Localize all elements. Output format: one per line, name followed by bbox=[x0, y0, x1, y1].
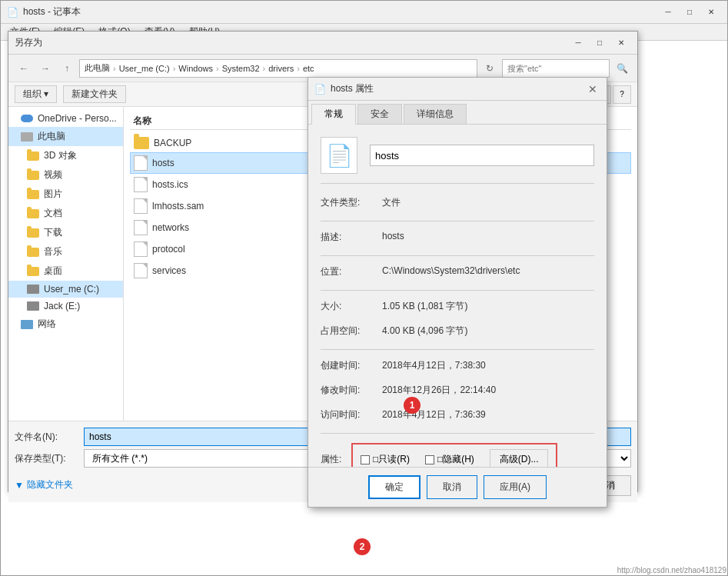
sidebar-label-desktop: 桌面 bbox=[44, 265, 62, 278]
props-filename-field[interactable] bbox=[370, 145, 594, 166]
sidebar-label-pictures: 图片 bbox=[44, 188, 62, 201]
props-value-created: 2018年4月12日，7:38:30 bbox=[382, 359, 594, 372]
close-button[interactable]: ✕ bbox=[701, 5, 721, 20]
folder-icon-video bbox=[27, 171, 39, 180]
addr-part-1[interactable]: User_me (C:) bbox=[119, 64, 170, 73]
folder-icon-backup bbox=[134, 137, 149, 149]
saveas-titlebar: 另存为 ─ □ ✕ bbox=[8, 32, 637, 55]
view-help-button[interactable]: ? bbox=[613, 85, 631, 104]
notepad-title: hosts - 记事本 bbox=[23, 5, 81, 18]
search-button[interactable]: 🔍 bbox=[613, 59, 631, 78]
addr-part-4[interactable]: drivers bbox=[268, 64, 294, 73]
file-label-lmhosts: lmhosts.sam bbox=[152, 201, 204, 211]
sidebar-item-docs[interactable]: 文档 bbox=[8, 204, 123, 223]
sidebar-item-pc[interactable]: 此电脑 bbox=[8, 127, 123, 146]
tab-details[interactable]: 详细信息 bbox=[404, 104, 467, 124]
props-value-modified: 2018年12月26日，22:14:40 bbox=[382, 384, 594, 397]
saveas-sidebar: OneDrive - Perso... 此电脑 3D 对象 视频 图片 文档 bbox=[8, 107, 124, 421]
sidebar-item-pictures[interactable]: 图片 bbox=[8, 185, 123, 204]
sidebar-label-music: 音乐 bbox=[44, 245, 62, 258]
props-value-desc: hosts bbox=[382, 231, 594, 241]
props-divider-0 bbox=[321, 221, 594, 221]
saveas-close-btn[interactable]: ✕ bbox=[611, 35, 631, 51]
organize-button[interactable]: 组织 ▾ bbox=[15, 85, 57, 103]
sidebar-label-video: 视频 bbox=[44, 168, 62, 181]
tab-security[interactable]: 安全 bbox=[357, 104, 402, 124]
sidebar-item-jack-drive[interactable]: Jack (E:) bbox=[8, 298, 123, 315]
annotation-2: 2 bbox=[354, 538, 371, 555]
props-tabs: 常规 安全 详细信息 bbox=[308, 101, 607, 125]
up-button[interactable]: ↑ bbox=[58, 59, 76, 78]
props-value-filetype: 文件 bbox=[382, 196, 594, 209]
file-label-protocol: protocol bbox=[152, 244, 185, 255]
minimize-button[interactable]: ─ bbox=[658, 5, 678, 20]
props-close-button[interactable]: ✕ bbox=[585, 82, 600, 97]
tab-general[interactable]: 常规 bbox=[311, 104, 356, 125]
hidden-checkbox[interactable] bbox=[425, 455, 434, 464]
sidebar-item-downloads[interactable]: 下载 bbox=[8, 223, 123, 242]
props-file-icon-small: 📄 bbox=[314, 84, 326, 95]
attr-readonly-group: □只读(R) bbox=[361, 453, 410, 466]
props-divider-2 bbox=[321, 290, 594, 291]
file-label-services: services bbox=[152, 265, 186, 276]
addr-part-5[interactable]: etc bbox=[303, 64, 314, 73]
sidebar-item-user-drive[interactable]: User_me (C:) bbox=[8, 281, 123, 298]
props-value-sizeondisk: 4.00 KB (4,096 字节) bbox=[382, 325, 594, 338]
sidebar-item-network[interactable]: 网络 bbox=[8, 315, 123, 334]
sidebar-item-3d[interactable]: 3D 对象 bbox=[8, 146, 123, 165]
file-icon-hosts bbox=[134, 155, 148, 171]
file-icon-lmhosts bbox=[134, 198, 148, 214]
props-titlebar: 📄 hosts 属性 ✕ bbox=[308, 78, 607, 101]
addr-part-2[interactable]: Windows bbox=[178, 64, 213, 73]
addr-part-3[interactable]: System32 bbox=[222, 64, 260, 73]
sidebar-item-music[interactable]: 音乐 bbox=[8, 242, 123, 261]
sidebar-item-desktop[interactable]: 桌面 bbox=[8, 261, 123, 281]
forward-button[interactable]: → bbox=[36, 59, 55, 78]
search-input[interactable] bbox=[502, 59, 610, 78]
sidebar-label-onedrive: OneDrive - Perso... bbox=[38, 113, 117, 124]
props-divider-4 bbox=[321, 433, 594, 434]
watermark: http://blog.csdn.net/zhao418129 bbox=[617, 566, 726, 574]
saveas-minimize-btn[interactable]: ─ bbox=[568, 35, 588, 51]
notepad-title-group: 📄 hosts - 记事本 bbox=[7, 5, 81, 18]
addr-sep-3: › bbox=[263, 64, 266, 73]
props-row-accessed: 访问时间: 2018年4月12日，7:36:39 bbox=[321, 408, 594, 424]
props-header: 📄 bbox=[321, 137, 594, 184]
props-cancel-button[interactable]: 取消 bbox=[427, 475, 477, 499]
folder-icon-music bbox=[27, 248, 39, 257]
props-confirm-button[interactable]: 确定 bbox=[368, 475, 421, 499]
folder-icon-docs bbox=[27, 209, 39, 218]
props-divider-1 bbox=[321, 255, 594, 256]
new-folder-button[interactable]: 新建文件夹 bbox=[63, 85, 126, 103]
props-row-location: 位置: C:\Windows\System32\drivers\etc bbox=[321, 265, 594, 281]
cloud-icon bbox=[21, 115, 33, 122]
props-row-desc: 描述: hosts bbox=[321, 231, 594, 246]
props-label-created: 创建时间: bbox=[321, 359, 382, 372]
hidden-files-toggle[interactable]: ▼ 隐藏文件夹 bbox=[15, 478, 73, 491]
saveas-title: 另存为 bbox=[15, 36, 42, 49]
props-value-size: 1.05 KB (1,081 字节) bbox=[382, 300, 594, 313]
file-icon-services bbox=[134, 263, 148, 278]
sidebar-item-onedrive[interactable]: OneDrive - Perso... bbox=[8, 110, 123, 127]
back-button[interactable]: ← bbox=[15, 59, 33, 78]
file-icon-ics bbox=[134, 177, 148, 192]
props-row-created: 创建时间: 2018年4月12日，7:38:30 bbox=[321, 359, 594, 375]
props-label-accessed: 访问时间: bbox=[321, 408, 382, 421]
props-divider-3 bbox=[321, 349, 594, 350]
hidden-label: □隐藏(H) bbox=[437, 453, 474, 466]
saveas-maximize-btn[interactable]: □ bbox=[590, 35, 610, 51]
addr-part-0[interactable]: 此电脑 bbox=[85, 62, 110, 74]
notepad-titlebar: 📄 hosts - 记事本 ─ □ ✕ bbox=[1, 1, 727, 24]
readonly-checkbox[interactable] bbox=[361, 455, 370, 464]
props-label-size: 大小: bbox=[321, 300, 382, 313]
address-bar[interactable]: 此电脑 › User_me (C:) › Windows › System32 … bbox=[79, 59, 477, 78]
props-apply-button[interactable]: 应用(A) bbox=[484, 475, 547, 499]
maximize-button[interactable]: □ bbox=[680, 5, 700, 20]
props-label-modified: 修改时间: bbox=[321, 384, 382, 397]
sidebar-item-video[interactable]: 视频 bbox=[8, 165, 123, 185]
file-label-networks: networks bbox=[152, 222, 189, 233]
file-label-hosts-ics: hosts.ics bbox=[152, 179, 188, 190]
refresh-button[interactable]: ↻ bbox=[480, 59, 499, 78]
props-body: 📄 文件类型: 文件 描述: hosts 位置: C:\Windows\Syst… bbox=[308, 125, 607, 488]
props-label-location: 位置: bbox=[321, 265, 382, 278]
